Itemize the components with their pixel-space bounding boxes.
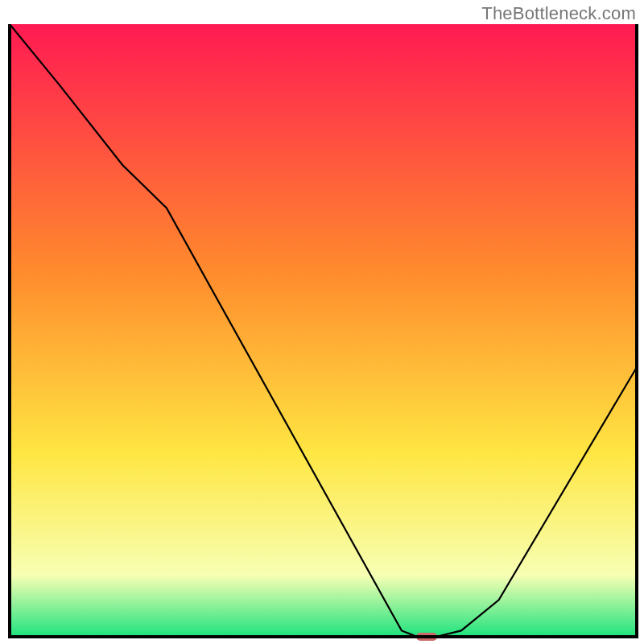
chart-svg: [0, 0, 644, 644]
gradient-background: [10, 24, 637, 637]
watermark: TheBottleneck.com: [481, 3, 636, 24]
chart-container: TheBottleneck.com: [0, 0, 644, 644]
